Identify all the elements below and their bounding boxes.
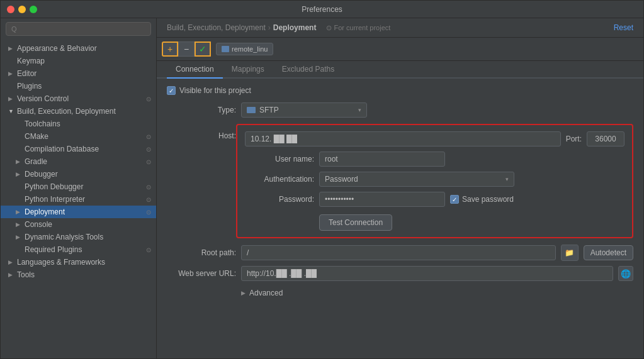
sidebar-item-label: Console — [25, 220, 151, 229]
breadcrumb: Build, Execution, Deployment › Deploymen… — [167, 23, 390, 32]
test-connection-row: Test Connection — [319, 212, 624, 231]
advanced-label: Advanced — [249, 289, 283, 297]
sidebar-item-label: Required Plugins — [25, 245, 144, 254]
password-input[interactable] — [319, 192, 445, 207]
sidebar-item-label: Version Control — [17, 94, 144, 103]
arrow-icon: ▶ — [16, 209, 22, 215]
username-input[interactable] — [319, 152, 445, 167]
preferences-window: Preferences Q ▶ Appearance & Behavior Ke… — [0, 0, 644, 359]
breadcrumb-current: Deployment — [273, 23, 317, 32]
red-border-box: Port: User name: Authentication: — [236, 124, 633, 238]
add-icon: + — [167, 44, 172, 54]
sidebar-item-label: Appearance & Behavior — [17, 44, 151, 53]
root-path-input[interactable] — [241, 245, 556, 260]
sidebar-item-label: Debugger — [25, 170, 151, 179]
sftp-icon — [247, 107, 256, 113]
advanced-row[interactable]: ▶ Advanced — [241, 286, 633, 300]
sidebar-item-label: Deployment — [25, 207, 144, 216]
sidebar-item-keymap[interactable]: Keymap — [1, 55, 156, 67]
sidebar-item-label: Python Debugger — [25, 182, 144, 191]
sidebar-item-label: Tools — [17, 270, 151, 279]
breadcrumb-parent: Build, Execution, Deployment — [167, 23, 266, 32]
main-layout: Q ▶ Appearance & Behavior Keymap ▶ Edito… — [1, 18, 643, 358]
sidebar-item-deployment[interactable]: ▶ Deployment ⊙ — [1, 206, 156, 218]
sidebar-item-label: Plugins — [17, 82, 151, 91]
folder-button[interactable]: 📁 — [561, 245, 579, 261]
web-url-input[interactable] — [241, 266, 613, 281]
minimize-button[interactable] — [18, 6, 26, 13]
username-label: User name: — [245, 155, 314, 163]
repo-icon: ⊙ — [146, 184, 151, 191]
sidebar-item-label: Dynamic Analysis Tools — [25, 233, 151, 241]
toolbar: + − ✓ remote_linu — [157, 38, 643, 61]
save-password-row[interactable]: ✓ Save password — [450, 195, 514, 204]
for-current-project: ⊙ For current project — [326, 24, 390, 32]
auth-row: Authentication: Password ▾ — [245, 172, 624, 187]
traffic-lights — [7, 6, 37, 13]
reset-button[interactable]: Reset — [614, 23, 633, 32]
server-name: remote_linu — [232, 45, 268, 53]
search-box[interactable]: Q — [6, 22, 151, 36]
sidebar-item-debugger[interactable]: ▶ Debugger — [1, 168, 156, 180]
save-password-checkbox[interactable]: ✓ — [450, 195, 459, 204]
password-row: Password: ✓ Save password — [245, 192, 624, 207]
password-label: Password: — [245, 195, 314, 204]
sidebar-item-cmake[interactable]: CMake ⊙ — [1, 130, 156, 143]
close-button[interactable] — [7, 6, 14, 13]
type-select[interactable]: SFTP ▾ — [241, 102, 367, 118]
repo-icon: ⊙ — [146, 209, 151, 216]
arrow-icon: ▶ — [16, 221, 22, 228]
test-connection-button[interactable]: Test Connection — [319, 214, 392, 231]
sidebar-item-python-debugger[interactable]: Python Debugger ⊙ — [1, 180, 156, 193]
sidebar-item-label: Compilation Database — [25, 145, 144, 153]
search-input[interactable] — [20, 25, 145, 33]
tab-mappings[interactable]: Mappings — [223, 61, 273, 79]
sidebar-item-gradle[interactable]: ▶ Gradle ⊙ — [1, 155, 156, 168]
confirm-button[interactable]: ✓ — [195, 41, 211, 57]
remove-server-button[interactable]: − — [178, 41, 195, 57]
folder-icon: 📁 — [565, 248, 574, 257]
arrow-icon: ▶ — [16, 158, 22, 165]
tab-connection[interactable]: Connection — [167, 61, 223, 79]
sidebar-item-version-control[interactable]: ▶ Version Control ⊙ — [1, 92, 156, 105]
auth-select[interactable]: Password ▾ — [319, 172, 514, 187]
sidebar-item-python-interpreter[interactable]: Python Interpreter ⊙ — [1, 193, 156, 206]
title-bar: Preferences — [1, 1, 643, 18]
sidebar-item-dynamic-analysis[interactable]: ▶ Dynamic Analysis Tools — [1, 231, 156, 243]
visible-checkbox[interactable]: ✓ — [167, 86, 176, 95]
repo-icon: ⊙ — [146, 196, 151, 203]
content-area: Build, Execution, Deployment › Deploymen… — [157, 18, 643, 358]
sidebar-item-appearance[interactable]: ▶ Appearance & Behavior — [1, 42, 156, 55]
host-port-row: Port: — [245, 131, 624, 146]
content-header: Build, Execution, Deployment › Deploymen… — [157, 18, 643, 38]
sidebar-item-label: Editor — [17, 69, 151, 78]
repo-icon: ⊙ — [146, 158, 151, 165]
sidebar-item-compilation-db[interactable]: Compilation Database ⊙ — [1, 143, 156, 155]
autodetect-button[interactable]: Autodetect — [584, 245, 633, 260]
breadcrumb-separator: › — [268, 23, 271, 32]
repo-icon: ⊙ — [146, 96, 151, 102]
sidebar-item-tools[interactable]: ▶ Tools — [1, 268, 156, 281]
sidebar-item-label: Keymap — [17, 57, 151, 65]
root-path-row: Root path: 📁 Autodetect — [167, 245, 633, 261]
sidebar-item-required-plugins[interactable]: Required Plugins ⊙ — [1, 243, 156, 256]
add-server-button[interactable]: + — [162, 41, 178, 57]
host-input[interactable] — [245, 131, 561, 146]
username-row: User name: — [245, 152, 624, 167]
arrow-icon: ▶ — [8, 70, 14, 77]
server-tab[interactable]: remote_linu — [216, 43, 273, 55]
port-input[interactable] — [587, 131, 624, 146]
globe-button[interactable]: 🌐 — [618, 266, 633, 281]
maximize-button[interactable] — [30, 6, 37, 13]
visible-check-row: ✓ Visible for this project — [167, 86, 633, 95]
sidebar-item-build-exec[interactable]: ▼ Build, Execution, Deployment — [1, 105, 156, 118]
repo-icon: ⊙ — [146, 246, 151, 253]
sidebar-item-toolchains[interactable]: Toolchains — [1, 118, 156, 130]
sidebar-item-languages[interactable]: ▶ Languages & Frameworks — [1, 256, 156, 268]
arrow-icon: ▶ — [16, 171, 22, 177]
sidebar-item-plugins[interactable]: Plugins — [1, 80, 156, 92]
sidebar-item-console[interactable]: ▶ Console — [1, 218, 156, 231]
web-url-label: Web server URL: — [167, 269, 236, 278]
tab-excluded-paths[interactable]: Excluded Paths — [273, 61, 343, 79]
sidebar-item-editor[interactable]: ▶ Editor — [1, 67, 156, 80]
